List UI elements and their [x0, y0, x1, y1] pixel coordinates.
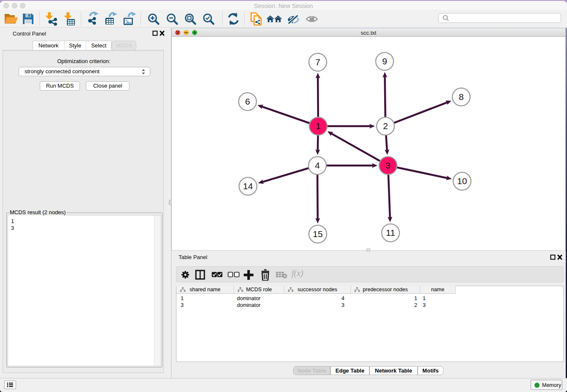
svg-text:1: 1 — [316, 121, 321, 131]
svg-text:7: 7 — [315, 57, 320, 67]
svg-text:15: 15 — [313, 229, 322, 239]
svg-text:3: 3 — [385, 160, 391, 170]
svg-text:2: 2 — [383, 121, 388, 131]
svg-text:4: 4 — [315, 160, 320, 170]
svg-text:9: 9 — [382, 56, 387, 66]
svg-text:6: 6 — [245, 97, 250, 106]
svg-text:10: 10 — [457, 176, 467, 186]
svg-text:8: 8 — [459, 92, 464, 102]
svg-text:14: 14 — [243, 181, 253, 191]
svg-text:11: 11 — [386, 228, 395, 237]
